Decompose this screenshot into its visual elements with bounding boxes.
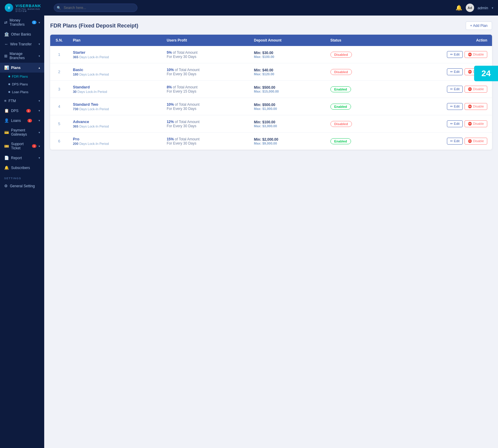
edit-button-4[interactable]: ✏ Edit — [447, 120, 463, 127]
table-row: 4 Standard Two 730 Days Lock-In Period 1… — [50, 98, 492, 115]
cell-plan-1: Basic 180 Days Lock-In Period — [68, 63, 162, 81]
loans-icon: 👤 — [4, 118, 9, 123]
sidebar-subitem-loan-plans[interactable]: Loan Plans — [0, 88, 44, 96]
profit-period-5: For Every 30 Days — [167, 141, 244, 145]
deposit-min-0: Min: $30.00 — [254, 51, 321, 55]
navbar-search[interactable] — [54, 4, 137, 12]
profit-period-0: For Every 30 Days — [167, 55, 244, 59]
disable-button-0[interactable]: ⛔ Disable — [465, 51, 487, 58]
sidebar-chevron-support-ticket: ▾ — [39, 145, 40, 148]
cell-sn-5: 6 — [50, 133, 68, 150]
table-row: 1 Starter 365 Days Lock-In Period 5% of … — [50, 46, 492, 63]
sidebar-chevron-ftm: ▾ — [39, 99, 40, 102]
sidebar-label-dps: DPS — [11, 109, 19, 113]
cell-profit-5: 15% of Total Amount For Every 30 Days — [162, 133, 249, 150]
edit-button-1[interactable]: ✏ Edit — [447, 68, 463, 75]
avatar[interactable]: Ad — [466, 4, 474, 12]
profit-period-1: For Every 30 Days — [167, 72, 244, 76]
cell-sn-3: 4 — [50, 98, 68, 115]
cell-action-0: ✏ Edit ⛔ Disable — [390, 46, 492, 63]
sidebar-item-general-setting[interactable]: ⚙ General Setting — [0, 181, 44, 191]
sidebar-badge-support-ticket: 1 — [32, 144, 36, 148]
sidebar-item-support-ticket[interactable]: 🎫 Support Ticket 1 ▾ — [0, 139, 44, 153]
cell-profit-3: 10% of Total Amount For Every 30 Days — [162, 98, 249, 115]
general-setting-icon: ⚙ — [4, 184, 8, 188]
fdr-plans-table-container: S.N. Plan Users Profit Deposit Amount St… — [50, 35, 492, 150]
sidebar-chevron-loans: ▾ — [39, 119, 40, 122]
sidebar-item-loans[interactable]: 👤 Loans 1 ▾ — [0, 116, 44, 125]
deposit-min-5: Min: $2,000.00 — [254, 137, 321, 142]
plan-name-4: Advance — [73, 119, 157, 124]
sidebar-label-other-banks: Other Banks — [11, 32, 31, 36]
admin-label[interactable]: admin — [478, 6, 488, 10]
sidebar-item-ftm[interactable]: ≡ FTM ▾ — [0, 96, 44, 106]
sidebar-item-report[interactable]: 📄 Report ▾ — [0, 153, 44, 163]
admin-chevron-icon[interactable]: ▾ — [492, 6, 493, 10]
other-banks-icon: 🏦 — [4, 32, 9, 36]
sidebar-item-subscribers[interactable]: 🔔 Subscribers — [0, 163, 44, 173]
sidebar-label-ftm: FTM — [9, 99, 16, 103]
sidebar: ⇄ Money Transfers 1 ▾ 🏦 Other Banks ↔ Wi… — [0, 16, 44, 448]
action-cell-5: ✏ Edit ⛔ Disable — [394, 138, 487, 145]
fdr-plans-table: S.N. Plan Users Profit Deposit Amount St… — [50, 35, 492, 150]
cell-deposit-2: Min: $500.00 Max: $15,000.00 — [249, 81, 326, 98]
table-body: 1 Starter 365 Days Lock-In Period 5% of … — [50, 46, 492, 150]
sidebar-item-payment-gateways[interactable]: 💳 Payment Gateways ▾ — [0, 125, 44, 139]
edit-button-2[interactable]: ✏ Edit — [447, 86, 463, 93]
col-deposit-amount: Deposit Amount — [249, 35, 326, 46]
profit-text-2: 8% of Total Amount — [167, 85, 244, 89]
deposit-max-2: Max: $15,000.00 — [254, 90, 321, 93]
wire-transfer-icon: ↔ — [4, 42, 8, 46]
cell-deposit-4: Min: $100.00 Max: $3,000.00 — [249, 115, 326, 133]
edit-button-0[interactable]: ✏ Edit — [447, 51, 463, 58]
add-plan-button[interactable]: + Add Plan — [466, 22, 492, 30]
brand-name-part2: BANK — [29, 4, 41, 8]
cell-profit-4: 12% of Total Amount For Every 30 Days — [162, 115, 249, 133]
action-cell-2: ✏ Edit ⛔ Disable — [394, 86, 487, 93]
sidebar-chevron-payment-gateways: ▾ — [39, 131, 40, 134]
brand-name: VISERBANK — [16, 4, 49, 8]
sidebar-label-subscribers: Subscribers — [11, 166, 30, 170]
dps-icon: 📋 — [4, 108, 9, 113]
disable-button-4[interactable]: ⛔ Disable — [465, 120, 487, 127]
report-icon: 📄 — [4, 156, 9, 160]
teal-notification-badge: 24 — [474, 66, 498, 81]
cell-status-3: Enabled — [326, 98, 390, 115]
search-input[interactable] — [54, 4, 137, 12]
sidebar-item-wire-transfer[interactable]: ↔ Wire Transfer ▾ — [0, 39, 44, 49]
plan-name-1: Basic — [73, 67, 157, 72]
sidebar-item-dps[interactable]: 📋 DPS 1 ▾ — [0, 106, 44, 116]
brand-name-part1: VISER — [16, 4, 29, 8]
sidebar-label-fdr-plans: FDR Plans — [12, 75, 28, 78]
sidebar-item-money-transfers[interactable]: ⇄ Money Transfers 1 ▾ — [0, 16, 44, 29]
cell-profit-2: 8% of Total Amount For Every 15 Days — [162, 81, 249, 98]
sidebar-subitem-fdr-plans[interactable]: FDR Plans — [0, 73, 44, 80]
sidebar-item-plans[interactable]: 📊 Plans ▴ — [0, 63, 44, 73]
disable-button-5[interactable]: ⛔ Disable — [465, 138, 487, 145]
sidebar-subitem-dps-plans[interactable]: DPS Plans — [0, 80, 44, 88]
sidebar-chevron-wire-transfer: ▾ — [39, 42, 40, 46]
notification-bell-icon[interactable]: 🔔 — [456, 4, 462, 11]
col-sn: S.N. — [50, 35, 68, 46]
disable-button-3[interactable]: ⛔ Disable — [465, 103, 487, 110]
disable-button-2[interactable]: ⛔ Disable — [465, 86, 487, 93]
edit-button-3[interactable]: ✏ Edit — [447, 103, 463, 110]
profit-text-3: 10% of Total Amount — [167, 102, 244, 107]
cell-plan-3: Standard Two 730 Days Lock-In Period — [68, 98, 162, 115]
cell-status-1: Disabled — [326, 63, 390, 81]
sidebar-item-other-banks[interactable]: 🏦 Other Banks — [0, 29, 44, 39]
sidebar-item-manage-branches[interactable]: ⊞ Manage Branches ▾ — [0, 49, 44, 63]
cell-status-4: Disabled — [326, 115, 390, 133]
plan-sub-4: 365 Days Lock-In Period — [73, 125, 157, 128]
sidebar-badge-money-transfers: 1 — [32, 21, 36, 24]
edit-button-5[interactable]: ✏ Edit — [447, 138, 463, 145]
cell-plan-5: Pro 200 Days Lock-In Period — [68, 133, 162, 150]
cell-action-5: ✏ Edit ⛔ Disable — [390, 133, 492, 150]
deposit-max-1: Max: $120.00 — [254, 72, 321, 76]
cell-deposit-3: Min: $500.00 Max: $1,000.00 — [249, 98, 326, 115]
plan-sub-1: 180 Days Lock-In Period — [73, 73, 157, 76]
cell-deposit-5: Min: $2,000.00 Max: $9,000.00 — [249, 133, 326, 150]
cell-action-4: ✏ Edit ⛔ Disable — [390, 115, 492, 133]
sidebar-badge-dps: 1 — [26, 109, 31, 113]
plan-sub-5: 200 Days Lock-In Period — [73, 142, 157, 145]
